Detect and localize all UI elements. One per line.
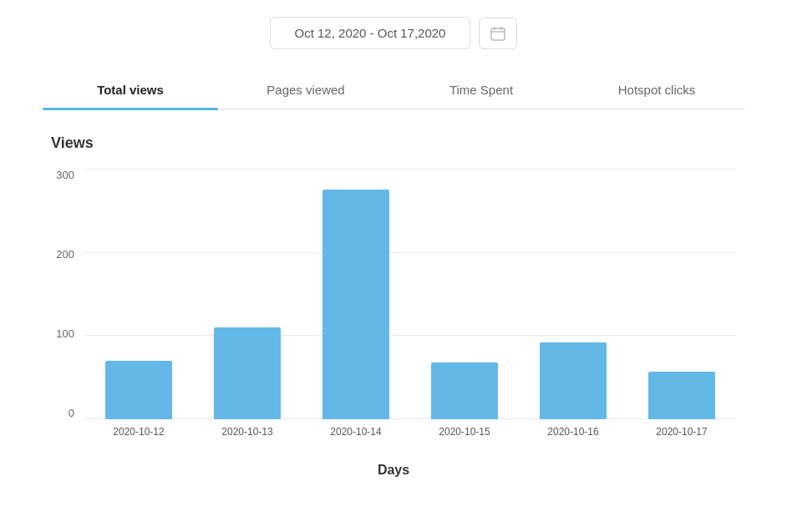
bar-col	[627, 169, 736, 419]
tab-total-views[interactable]: Total views	[43, 73, 218, 109]
bar-2020-10-16	[540, 342, 607, 419]
chart-y-title: Views	[51, 134, 736, 152]
chart-x-title: Days	[51, 463, 736, 478]
bar-2020-10-15	[431, 362, 498, 419]
bar-col	[519, 169, 627, 419]
bar-col	[84, 169, 193, 419]
y-label-200: 200	[56, 248, 74, 261]
x-label-2020-10-12: 2020-10-12	[84, 426, 193, 438]
y-label-0: 0	[69, 407, 74, 419]
bar-col	[193, 169, 302, 419]
bar-2020-10-13	[214, 327, 281, 419]
bar-2020-10-17	[648, 372, 715, 419]
svg-rect-0	[491, 28, 505, 40]
x-label-2020-10-16: 2020-10-16	[519, 426, 627, 438]
bar-2020-10-14	[322, 190, 389, 419]
bars-row	[84, 169, 736, 419]
tab-hotspot-clicks[interactable]: Hotspot clicks	[569, 73, 744, 109]
x-label-2020-10-14: 2020-10-14	[302, 426, 410, 438]
calendar-button[interactable]	[479, 18, 517, 49]
tabs-row: Total views Pages viewed Time Spent Hots…	[43, 73, 744, 109]
bar-2020-10-12	[105, 361, 172, 419]
tab-pages-viewed[interactable]: Pages viewed	[218, 73, 394, 109]
x-label-2020-10-17: 2020-10-17	[627, 426, 736, 438]
bar-col	[410, 169, 519, 419]
y-label-300: 300	[56, 169, 74, 181]
y-label-100: 100	[56, 327, 74, 340]
chart-inner: 2020-10-122020-10-132020-10-142020-10-15…	[84, 169, 736, 453]
chart-area: 300 200 100 0 2020-10-122020-10-132020-1…	[51, 169, 736, 453]
calendar-icon	[490, 25, 506, 42]
x-label-2020-10-15: 2020-10-15	[410, 426, 519, 438]
x-label-2020-10-13: 2020-10-13	[193, 426, 302, 438]
x-labels: 2020-10-122020-10-132020-10-142020-10-15…	[84, 426, 736, 438]
chart-container: Views 300 200 100 0 2020-10-122020-10-13…	[43, 134, 744, 478]
bar-col	[302, 169, 410, 419]
tab-time-spent[interactable]: Time Spent	[394, 73, 569, 109]
y-axis: 300 200 100 0	[51, 169, 84, 453]
date-picker-row: Oct 12, 2020 - Oct 17,2020	[270, 17, 517, 49]
date-range-input[interactable]: Oct 12, 2020 - Oct 17,2020	[270, 17, 470, 49]
